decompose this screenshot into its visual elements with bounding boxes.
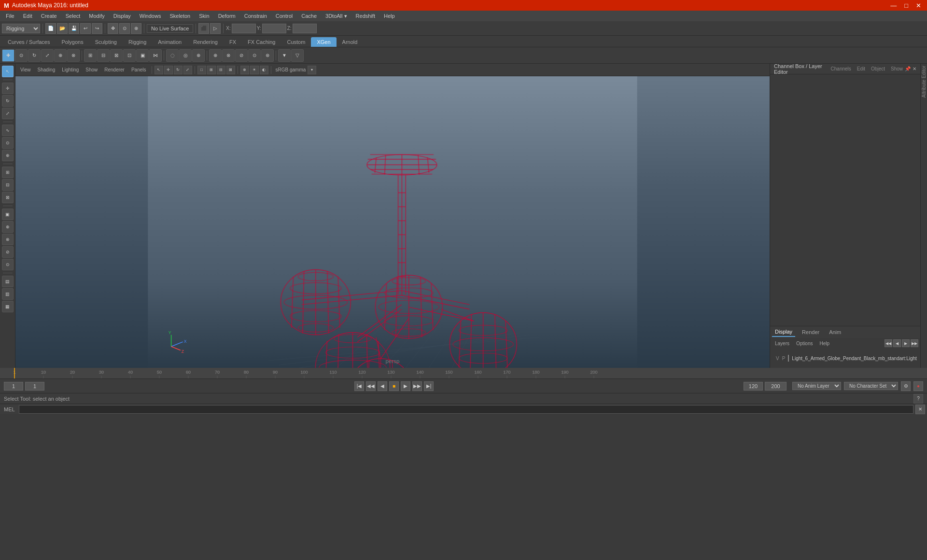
- layer-item[interactable]: V P Light_6_Armed_Globe_Pendant_Black_mb…: [774, 353, 916, 363]
- tab-sculpting[interactable]: Sculpting: [89, 37, 123, 47]
- cl-tab-render[interactable]: Render: [799, 328, 822, 336]
- menu-create[interactable]: Create: [37, 12, 61, 20]
- vp-icon-rotate[interactable]: ↻: [174, 66, 183, 74]
- vp-icon-smooth[interactable]: ⊟: [217, 66, 225, 74]
- menu-deform[interactable]: Deform: [214, 12, 239, 20]
- start-frame-field[interactable]: [25, 382, 44, 391]
- auto-key-btn[interactable]: ●: [913, 381, 923, 391]
- tab-rendering[interactable]: Rendering: [187, 37, 224, 47]
- icon-soft-mod[interactable]: ⊗: [67, 49, 80, 62]
- tool-3d-paint[interactable]: ⊟: [2, 179, 14, 191]
- undo-btn[interactable]: ↩: [80, 23, 91, 34]
- tool-show-manip[interactable]: ⊞: [2, 167, 14, 178]
- icon-detach[interactable]: ⊘: [235, 49, 248, 62]
- tool-joint[interactable]: ⊙: [2, 137, 14, 149]
- play-forward-btn[interactable]: ▶: [401, 381, 410, 391]
- icon-snap-surface[interactable]: ▣: [136, 49, 149, 62]
- save-btn[interactable]: 💾: [69, 23, 79, 34]
- viewport-canvas[interactable]: persp X Y Z: [15, 76, 770, 368]
- tab-polygons[interactable]: Polygons: [56, 37, 89, 47]
- vp-gamma-btn[interactable]: ▾: [308, 66, 316, 74]
- tab-arnold[interactable]: Arnold: [337, 37, 364, 47]
- vp-show-menu[interactable]: Show: [83, 67, 100, 73]
- y-field[interactable]: [262, 24, 286, 33]
- icon-universal[interactable]: ⊕: [54, 49, 67, 62]
- tool-lattice[interactable]: ⊗: [2, 234, 14, 245]
- menu-windows[interactable]: Windows: [136, 12, 165, 20]
- tool-wrap[interactable]: ▦: [2, 301, 14, 312]
- tab-xgen[interactable]: XGen: [311, 37, 336, 47]
- icon-skin[interactable]: ⊙: [248, 49, 261, 62]
- rp-tab-show[interactable]: Show: [889, 66, 905, 72]
- vp-shading-menu[interactable]: Shading: [35, 67, 58, 73]
- cl-help-btn[interactable]: Help: [816, 339, 832, 348]
- menu-file[interactable]: File: [2, 12, 18, 20]
- cl-prev-btn[interactable]: ◀: [893, 339, 901, 347]
- tool-scale[interactable]: ⤢: [2, 108, 14, 119]
- tab-rigging[interactable]: Rigging: [123, 37, 152, 47]
- range-end-field[interactable]: [765, 382, 787, 391]
- vp-icon-shadow[interactable]: ◐: [260, 66, 268, 74]
- open-btn[interactable]: 📂: [57, 23, 68, 34]
- menu-redshift[interactable]: Redshift: [352, 12, 379, 20]
- vp-view-menu[interactable]: View: [17, 67, 34, 73]
- mode-dropdown[interactable]: Rigging Animation Modeling: [2, 24, 40, 33]
- cl-fwd-btn[interactable]: ▶▶: [911, 339, 918, 347]
- redo-btn[interactable]: ↪: [92, 23, 102, 34]
- cl-tab-anim[interactable]: Anim: [826, 328, 844, 336]
- icon-snap-view[interactable]: ⊡: [123, 49, 136, 62]
- vp-icon-light[interactable]: ☀: [250, 66, 259, 74]
- menu-3dtool[interactable]: 3DtoAll ▾: [322, 12, 351, 20]
- rp-tab-object[interactable]: Object: [869, 66, 887, 72]
- tool-rotate[interactable]: ↻: [2, 95, 14, 107]
- cl-next-btn[interactable]: ▶: [902, 339, 910, 347]
- lasso-btn[interactable]: ⊙: [119, 23, 130, 34]
- icon-attach[interactable]: ⊗: [222, 49, 235, 62]
- icon-muscle[interactable]: ▼: [278, 49, 291, 62]
- tool-grid[interactable]: ▣: [2, 209, 14, 220]
- rp-close-btn[interactable]: ✕: [913, 66, 916, 71]
- cl-layers-btn[interactable]: Layers: [772, 339, 792, 348]
- menu-display[interactable]: Display: [110, 12, 135, 20]
- paint-btn[interactable]: ⊕: [131, 23, 141, 34]
- menu-select[interactable]: Select: [62, 12, 84, 20]
- vp-icon-bbox[interactable]: □: [197, 66, 206, 74]
- tool-bend[interactable]: ⊙: [2, 259, 14, 270]
- vp-icon-wire[interactable]: ⊞: [207, 66, 216, 74]
- step-frame-fwd-btn[interactable]: ▶▶: [412, 381, 422, 391]
- play-end-btn[interactable]: ▶|: [424, 381, 434, 391]
- vp-icon-select[interactable]: ↖: [154, 66, 163, 74]
- tool-curve[interactable]: ∿: [2, 125, 14, 136]
- play-beginning-btn[interactable]: |◀: [354, 381, 364, 391]
- anim-layer-dropdown[interactable]: No Anim Layer: [792, 382, 841, 390]
- icon-muscle2[interactable]: ▽: [291, 49, 304, 62]
- attr-editor-label[interactable]: Attribute Editor: [921, 66, 927, 98]
- icon-move[interactable]: ⊙: [15, 49, 28, 62]
- menu-control[interactable]: Control: [272, 12, 296, 20]
- icon-isolate[interactable]: ◎: [179, 49, 192, 62]
- icon-snap-point[interactable]: ⊠: [110, 49, 123, 62]
- tab-fx[interactable]: FX: [224, 37, 242, 47]
- tool-sculpt[interactable]: ⊠: [2, 192, 14, 203]
- minimize-button[interactable]: —: [888, 2, 899, 9]
- vp-icon-scale[interactable]: ⤢: [183, 66, 192, 74]
- select-btn[interactable]: ✥: [108, 23, 118, 34]
- z-field[interactable]: [293, 24, 317, 33]
- icon-rivet[interactable]: ⊕: [209, 49, 222, 62]
- vp-icon-cam[interactable]: ⊕: [240, 66, 249, 74]
- icon-symmetry[interactable]: ⋈: [149, 49, 162, 62]
- cl-options-btn[interactable]: Options: [793, 339, 815, 348]
- vp-icon-smooth2[interactable]: ⊠: [226, 66, 235, 74]
- stop-btn[interactable]: ■: [389, 381, 399, 391]
- vp-renderer-menu[interactable]: Renderer: [101, 67, 127, 73]
- tab-fx-caching[interactable]: FX Caching: [242, 37, 281, 47]
- menu-skeleton[interactable]: Skeleton: [166, 12, 194, 20]
- tool-select[interactable]: ↖: [2, 66, 14, 77]
- ipr-btn[interactable]: ▷: [210, 23, 221, 34]
- menu-help[interactable]: Help: [380, 12, 399, 20]
- step-back-btn[interactable]: ◀◀: [366, 381, 376, 391]
- icon-ref-mode[interactable]: ⊕: [192, 49, 205, 62]
- rp-tab-edit[interactable]: Edit: [855, 66, 867, 72]
- menu-cache[interactable]: Cache: [297, 12, 321, 20]
- tool-deform[interactable]: ⊕: [2, 221, 14, 233]
